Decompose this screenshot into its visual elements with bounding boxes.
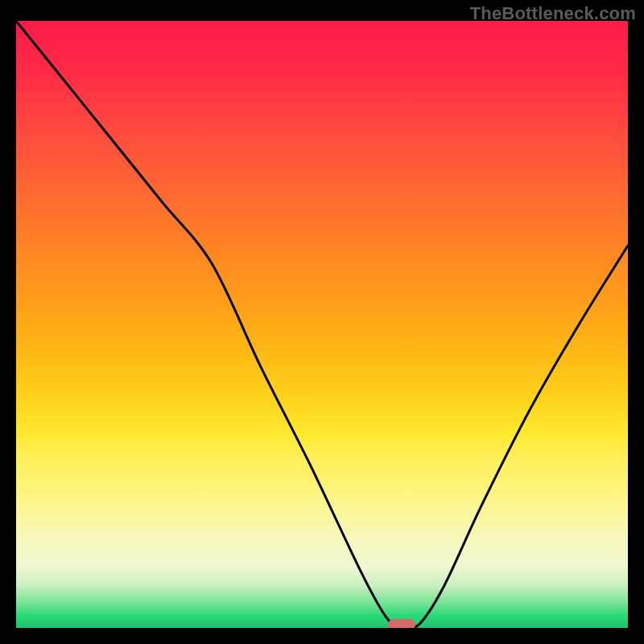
watermark-text: TheBottleneck.com	[470, 3, 636, 24]
optimum-marker	[388, 619, 415, 628]
chart-frame: TheBottleneck.com	[0, 0, 644, 644]
bottleneck-curve	[16, 21, 628, 628]
plot-area	[16, 21, 628, 628]
